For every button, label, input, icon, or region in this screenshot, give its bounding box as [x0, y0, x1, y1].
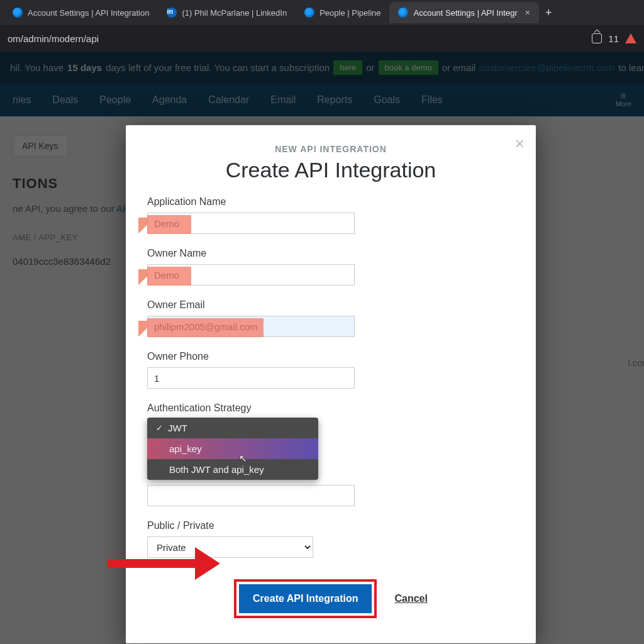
address-bar: om/admin/modern/api 11 — [0, 25, 644, 52]
label-auth-strategy: Authentication Strategy — [147, 402, 514, 414]
owner-email-input[interactable] — [147, 316, 355, 337]
auth-strategy-dropdown[interactable]: ✓JWT api_key Both JWT and api_key ↖ — [147, 418, 318, 480]
modal-eyebrow: NEW API INTEGRATION — [147, 144, 514, 154]
modal-actions: Create API Integration Cancel — [147, 579, 514, 618]
highlight-box-annotation: Create API Integration — [234, 579, 377, 618]
linkedin-icon: in — [167, 8, 177, 18]
pipeline-icon — [304, 8, 314, 18]
cancel-button[interactable]: Cancel — [394, 593, 427, 604]
warning-icon[interactable] — [625, 33, 636, 43]
field-auth-strategy: Authentication Strategy ✓JWT api_key Bot… — [147, 402, 514, 506]
field-owner-email: Owner Email — [147, 299, 514, 337]
check-icon: ✓ — [156, 423, 163, 433]
label-application-name: Application Name — [147, 196, 514, 208]
pipeline-icon — [13, 8, 23, 18]
new-tab-button[interactable]: + — [539, 6, 558, 19]
label-owner-phone: Owner Phone — [147, 351, 514, 362]
share-icon[interactable] — [592, 33, 602, 43]
tab-title: Account Settings | API Integration — [28, 8, 149, 18]
tab-3-active[interactable]: Account Settings | API Integr × — [389, 2, 538, 23]
cursor-icon: ↖ — [239, 453, 247, 464]
tab-title: People | Pipeline — [319, 8, 380, 18]
owner-phone-input[interactable] — [147, 367, 355, 389]
option-both[interactable]: Both JWT and api_key — [147, 459, 318, 480]
modal-title: Create API Integration — [147, 158, 514, 182]
tab-1[interactable]: in (1) Phil McParlane | LinkedIn — [158, 2, 296, 23]
option-api-key[interactable]: api_key — [147, 438, 318, 459]
close-icon[interactable]: × — [515, 134, 525, 153]
field-application-name: Application Name — [147, 196, 514, 234]
tab-0[interactable]: Account Settings | API Integration — [4, 2, 158, 23]
field-owner-phone: Owner Phone — [147, 351, 514, 389]
option-jwt[interactable]: ✓JWT — [147, 418, 318, 438]
owner-name-input[interactable] — [147, 264, 355, 286]
label-owner-email: Owner Email — [147, 299, 514, 311]
browser-tabs: Account Settings | API Integration in (1… — [0, 0, 644, 25]
pipeline-icon — [398, 8, 408, 18]
tab-2[interactable]: People | Pipeline — [296, 2, 389, 23]
auth-secondary-input[interactable] — [147, 485, 355, 506]
arrow-annotation — [107, 547, 220, 580]
tab-title: Account Settings | API Integr — [413, 8, 517, 18]
close-icon[interactable]: × — [525, 8, 530, 18]
url-text[interactable]: om/admin/modern/api — [8, 33, 592, 44]
label-visibility: Public / Private — [147, 520, 514, 531]
create-api-integration-button[interactable]: Create API Integration — [239, 584, 372, 613]
label-owner-name: Owner Name — [147, 248, 514, 259]
tab-title: (1) Phil McParlane | LinkedIn — [182, 8, 287, 18]
application-name-input[interactable] — [147, 213, 355, 234]
field-owner-name: Owner Name — [147, 248, 514, 286]
brave-shield-icon[interactable]: 11 — [608, 33, 619, 44]
